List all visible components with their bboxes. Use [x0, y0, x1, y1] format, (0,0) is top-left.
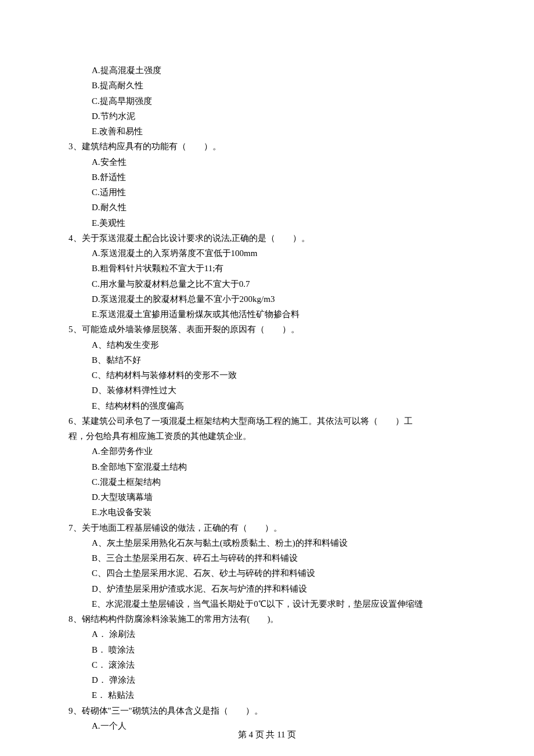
question-stem-continue: 程，分包给具有相应施工资质的其他建筑企业。 — [68, 429, 466, 444]
option-item: A.泵送混凝土的入泵坍落度不宜低于100mm — [68, 246, 466, 261]
option-item: B.全部地下室混凝土结构 — [68, 459, 466, 474]
option-item: A.安全性 — [68, 154, 466, 170]
option-item: D.泵送混凝土的胶凝材料总量不宜小于200kg/m3 — [68, 291, 466, 307]
option-item: A、灰土垫层采用熟化石灰与黏土(或粉质黏土、粉土)的拌和料铺设 — [68, 535, 466, 550]
option-item: C.提高早期强度 — [68, 93, 466, 109]
option-item: A.全部劳务作业 — [68, 444, 466, 459]
question-stem: 9、砖砌体"三一"砌筑法的具体含义是指（ ）。 — [68, 703, 466, 718]
option-item: E． 粘贴法 — [68, 687, 466, 703]
option-item: C、四合土垫层采用水泥、石灰、砂土与碎砖的拌和料铺设 — [68, 566, 466, 581]
option-item: A.提高混凝土强度 — [68, 63, 466, 78]
option-item: C.混凝土框架结构 — [68, 474, 466, 489]
question-stem: 8、钢结构构件防腐涂料涂装施工的常用方法有( )。 — [68, 611, 466, 627]
page-footer: 第 4 页 共 11 页 — [0, 727, 534, 742]
option-item: B． 喷涂法 — [68, 642, 466, 657]
option-item: A． 涂刷法 — [68, 627, 466, 642]
question-stem: 3、建筑结构应具有的功能有（ ）。 — [68, 139, 466, 154]
option-item: B、黏结不好 — [68, 352, 466, 368]
option-item: B.舒适性 — [68, 170, 466, 185]
option-item: D.大型玻璃幕墙 — [68, 489, 466, 505]
question-stem: 6、某建筑公司承包了一项混凝土框架结构大型商场工程的施工。其依法可以将（ ）工 — [68, 413, 466, 429]
option-item: D、装修材料弹性过大 — [68, 383, 466, 398]
option-item: A、结构发生变形 — [68, 337, 466, 352]
option-item: B、三合土垫层采用石灰、碎石土与碎砖的拌和料铺设 — [68, 550, 466, 566]
page-container: A.提高混凝土强度B.提高耐久性C.提高早期强度D.节约水泥E.改善和易性3、建… — [0, 0, 534, 756]
option-item: D． 弹涂法 — [68, 672, 466, 687]
option-item: C.适用性 — [68, 185, 466, 200]
option-item: C.用水量与胶凝材料总量之比不宜大于0.7 — [68, 276, 466, 291]
option-item: D.节约水泥 — [68, 109, 466, 124]
option-item: E.泵送混凝土宜掺用适量粉煤灰或其他活性矿物掺合料 — [68, 307, 466, 322]
option-item: B.粗骨料针片状颗粒不宜大于11;有 — [68, 261, 466, 276]
option-item: E、水泥混凝土垫层铺设，当气温长期处于0℃以下，设计无要求时，垫层应设置伸缩缝 — [68, 596, 466, 611]
option-item: E.改善和易性 — [68, 124, 466, 139]
content-area: A.提高混凝土强度B.提高耐久性C.提高早期强度D.节约水泥E.改善和易性3、建… — [68, 63, 466, 733]
option-item: C、结构材料与装修材料的变形不一致 — [68, 368, 466, 383]
question-stem: 7、关于地面工程基层铺设的做法，正确的有（ ）。 — [68, 520, 466, 535]
option-item: E.水电设备安装 — [68, 505, 466, 520]
option-item: C． 滚涂法 — [68, 657, 466, 672]
option-item: D、炉渣垫层采用炉渣或水泥、石灰与炉渣的拌和料铺设 — [68, 581, 466, 596]
question-stem: 5、可能造成外墙装修层脱落、表面开裂的原因有（ ）。 — [68, 322, 466, 337]
question-stem: 4、关于泵送混凝土配合比设计要求的说法,正确的是（ ）。 — [68, 231, 466, 246]
option-item: E、结构材料的强度偏高 — [68, 398, 466, 413]
option-item: D.耐久性 — [68, 200, 466, 215]
option-item: E.美观性 — [68, 215, 466, 231]
option-item: B.提高耐久性 — [68, 78, 466, 93]
